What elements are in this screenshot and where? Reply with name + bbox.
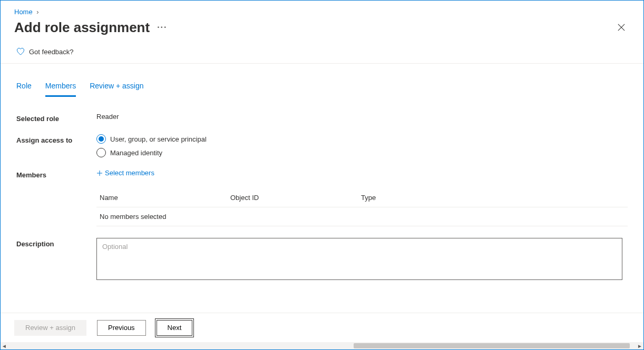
breadcrumb: Home ›: [1, 1, 643, 19]
page-title: Add role assignment ···: [14, 19, 168, 36]
scrollbar-thumb[interactable]: [354, 343, 630, 348]
footer: Review + assign Previous Next: [1, 313, 643, 342]
members-label: Members: [16, 169, 96, 179]
select-members-text: Select members: [105, 169, 154, 177]
radio-icon: [96, 134, 106, 144]
tab-role[interactable]: Role: [16, 78, 32, 97]
page-title-text: Add role assignment: [14, 19, 150, 36]
tabs: Role Members Review + assign: [16, 69, 628, 97]
members-table: Name Object ID Type No members selected: [96, 188, 628, 226]
radio-user-group-sp[interactable]: User, group, or service principal: [96, 134, 628, 144]
scroll-right-icon[interactable]: ►: [636, 343, 643, 349]
col-name: Name: [100, 194, 230, 202]
horizontal-scrollbar[interactable]: ◄ ►: [1, 342, 643, 349]
review-assign-button: Review + assign: [14, 320, 86, 336]
close-button[interactable]: [613, 19, 630, 36]
col-type: Type: [361, 194, 625, 202]
members-table-header: Name Object ID Type: [96, 188, 628, 207]
more-icon[interactable]: ···: [157, 23, 167, 32]
assign-access-label: Assign access to: [16, 134, 96, 144]
plus-icon: [96, 170, 103, 176]
description-input[interactable]: [96, 238, 622, 280]
radio-user-label: User, group, or service principal: [110, 135, 207, 143]
description-label: Description: [16, 238, 96, 248]
scroll-left-icon[interactable]: ◄: [1, 343, 8, 349]
heart-icon: [16, 47, 25, 56]
close-icon: [618, 24, 625, 31]
next-button[interactable]: Next: [157, 320, 193, 336]
select-members-link[interactable]: Select members: [96, 169, 154, 177]
col-object-id: Object ID: [230, 194, 361, 202]
tab-review-assign[interactable]: Review + assign: [90, 78, 143, 97]
tab-members[interactable]: Members: [45, 78, 76, 97]
feedback-label: Got feedback?: [29, 48, 74, 56]
breadcrumb-home[interactable]: Home: [14, 8, 33, 16]
radio-managed-identity[interactable]: Managed identity: [96, 148, 628, 157]
radio-mi-label: Managed identity: [110, 149, 162, 157]
selected-role-label: Selected role: [16, 113, 96, 123]
radio-icon: [96, 148, 106, 157]
scrollbar-track[interactable]: [8, 342, 636, 349]
selected-role-value: Reader: [96, 113, 628, 121]
page-header: Add role assignment ···: [1, 19, 643, 41]
previous-button[interactable]: Previous: [97, 320, 146, 336]
chevron-right-icon: ›: [36, 8, 38, 16]
members-empty-row: No members selected: [96, 207, 628, 226]
feedback-bar[interactable]: Got feedback?: [1, 41, 643, 64]
content-scroll: Role Members Review + assign Selected ro…: [1, 69, 643, 313]
